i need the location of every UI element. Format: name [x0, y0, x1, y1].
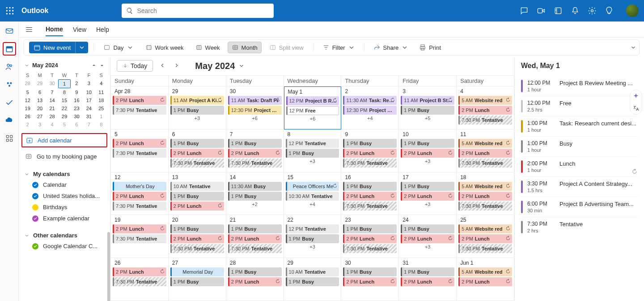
event-chip[interactable]: 1 PMBusy — [286, 277, 339, 286]
event-chip[interactable]: 1 PMBusy — [286, 234, 339, 243]
notes-icon[interactable] — [554, 6, 563, 15]
event-chip[interactable]: 2 PMLunch — [458, 149, 512, 158]
agenda-item[interactable]: 2:00 PM1 hourLunch — [521, 156, 638, 176]
mini-day[interactable]: 20 — [34, 104, 46, 112]
rail-more-apps[interactable] — [3, 132, 16, 145]
event-chip[interactable]: Memorial Day — [170, 267, 224, 276]
more-events-link[interactable]: +6 — [227, 116, 283, 121]
mini-day[interactable]: 6 — [34, 88, 46, 96]
calendar-item[interactable]: United States holida... — [21, 190, 107, 202]
event-chip[interactable]: 1 PMBusy — [170, 224, 224, 233]
event-chip[interactable]: 1 PMBusy — [286, 149, 339, 158]
today-button[interactable]: Today — [117, 60, 153, 72]
day-cell[interactable]: 61 PMBusy2 PMLunch7:30 PMTentative — [169, 129, 226, 172]
day-cell[interactable]: 52 PMLunch7:30 PMTentative — [111, 129, 169, 172]
new-event-dropdown[interactable] — [75, 42, 88, 53]
event-chip[interactable]: 7:30 PMTentative — [458, 202, 512, 211]
event-chip[interactable]: 7:30 PMTentative — [113, 277, 166, 286]
mini-day[interactable]: 14 — [46, 96, 58, 104]
event-chip[interactable]: 7:30 PMTentative — [458, 116, 512, 125]
event-chip[interactable]: 7:30 PMTentative — [343, 244, 397, 253]
mini-day[interactable]: 15 — [58, 96, 70, 104]
calendar-item[interactable]: Calendar — [21, 179, 107, 190]
mini-day[interactable]: 5 — [21, 88, 34, 96]
mini-day[interactable]: 5 — [58, 120, 70, 129]
prev-period-button[interactable] — [157, 62, 167, 70]
event-chip[interactable]: 5 AMWebsite red — [458, 139, 512, 148]
event-chip[interactable]: 1 PMBusy — [170, 106, 224, 115]
search-input[interactable] — [137, 7, 269, 14]
event-chip[interactable]: 2 PMLunch — [170, 234, 224, 243]
event-chip[interactable]: 7:30 PMTentative — [343, 202, 397, 211]
view-month-button[interactable]: Month — [228, 42, 262, 53]
rail-onedrive[interactable] — [3, 114, 16, 127]
event-chip[interactable]: 1 PMBusy — [401, 139, 454, 148]
event-chip[interactable]: 1 PMBusy — [401, 224, 454, 233]
day-cell[interactable]: 2212 PMTentative1 PMBusy+3 — [284, 215, 342, 258]
event-chip[interactable]: 10 AMTentative — [286, 267, 339, 276]
day-cell[interactable]: 1411:30 AMBusy1 PMBusy+2 — [226, 172, 284, 215]
day-cell[interactable]: 192 PMLunch7:30 PMTentative — [111, 215, 169, 258]
mini-day[interactable]: 19 — [21, 104, 34, 112]
rail-groups[interactable] — [3, 78, 16, 91]
day-cell[interactable]: 2911 AMProject A Kick1 PMBusy+3 — [169, 86, 226, 129]
day-cell[interactable]: 45 AMWebsite red2 PMLunch7:30 PMTentativ… — [457, 86, 514, 129]
mini-day[interactable]: 18 — [95, 96, 107, 104]
calendar-item[interactable]: Example calendar — [21, 213, 107, 224]
event-chip[interactable]: 1 PMBusy — [228, 139, 282, 148]
agenda-item[interactable]: 6:00 PM30 minProject B Advertising Team.… — [521, 197, 638, 217]
event-chip[interactable]: 12 PMTentative — [286, 224, 339, 233]
event-chip[interactable]: 7:30 PMTentative — [113, 106, 166, 115]
event-chip[interactable]: 1 PMBusy — [170, 192, 224, 201]
day-cell[interactable]: 231 PMBusy2 PMLunch7:30 PMTentative — [341, 215, 399, 258]
event-chip[interactable]: 12 PMProject B Revi — [286, 96, 339, 105]
day-cell[interactable]: 262 PMLunch7:30 PMTentative — [111, 258, 169, 301]
day-cell[interactable]: 12Mother's Day2 PMLunch7:30 PMTentative — [111, 172, 169, 215]
event-chip[interactable]: 11 AMTask: Draft Pr — [228, 96, 282, 105]
mini-day[interactable]: 25 — [95, 104, 107, 112]
event-chip[interactable]: 2 PMLunch — [113, 267, 166, 276]
event-chip[interactable]: 11:30 AMBusy — [228, 182, 282, 191]
event-chip[interactable]: 2 PMLunch — [228, 149, 282, 158]
mini-day[interactable]: 1 — [95, 112, 107, 120]
avatar[interactable] — [626, 4, 639, 17]
mini-day[interactable]: 11 — [95, 88, 107, 96]
day-cell[interactable]: 185 AMWebsite red2 PMLunch7:30 PMTentati… — [457, 172, 514, 215]
event-chip[interactable]: 2 PMLunch — [343, 277, 397, 286]
more-events-link[interactable]: +3 — [400, 244, 455, 249]
mini-day[interactable]: 28 — [21, 79, 34, 88]
event-chip[interactable]: 2 PMLunch — [401, 234, 454, 243]
day-cell[interactable]: Jun 15 AMWebsite red2 PMLunch — [457, 258, 514, 301]
mini-day[interactable]: 24 — [83, 104, 95, 112]
mini-day[interactable]: 31 — [83, 112, 95, 120]
agenda-item[interactable]: 1:00 PM1 hourTask: Research current desi… — [521, 116, 638, 136]
day-cell[interactable]: 3011 AMTask: Draft Pr12:30 PMProject A D… — [226, 86, 284, 129]
event-chip[interactable]: 1 PMBusy — [343, 182, 397, 191]
event-chip[interactable]: 1 PMBusy — [228, 267, 282, 276]
mini-day[interactable]: 23 — [71, 104, 83, 112]
day-cell[interactable]: Apr 282 PMLunch7:30 PMTentative — [111, 86, 169, 129]
day-cell[interactable]: 91 PMBusy2 PMLunch7:30 PMTentative — [341, 129, 399, 172]
more-events-link[interactable]: +2 — [227, 202, 283, 207]
teams-chat-icon[interactable] — [520, 6, 529, 15]
agenda-item[interactable]: 3:30 PM1.5 hrsProject A Content Strategy… — [521, 176, 638, 197]
event-chip[interactable]: 2 PMLunch — [170, 202, 224, 211]
day-cell[interactable]: 211:30 AMTask: Revie12:30 PMProject B Lo… — [341, 86, 399, 129]
more-events-link[interactable]: +3 — [400, 202, 455, 207]
event-chip[interactable]: 2 PMLunch — [113, 224, 166, 233]
mini-day[interactable]: 16 — [71, 96, 83, 104]
mini-day[interactable]: 27 — [34, 112, 46, 120]
mini-day[interactable]: 8 — [95, 120, 107, 129]
group-my-calendars[interactable]: My calendars — [21, 169, 107, 179]
event-chip[interactable]: 10 AMTentative — [170, 182, 224, 191]
event-chip[interactable]: 1 PMBusy — [343, 224, 397, 233]
event-chip[interactable]: 12 PMTentative — [286, 139, 339, 148]
event-chip[interactable]: 1 PMBusy — [170, 277, 224, 286]
print-button[interactable]: Print — [415, 42, 445, 53]
calendar-item[interactable]: Google Calendar C... — [21, 241, 107, 252]
day-cell[interactable]: 255 AMWebsite red2 PMLunch7:30 PMTentati… — [457, 215, 514, 258]
mini-day[interactable]: 1 — [58, 79, 70, 88]
event-chip[interactable]: 7:30 PMTentative — [458, 244, 512, 253]
mini-day[interactable]: 30 — [71, 112, 83, 120]
day-cell[interactable]: 311 PMBusy2 PMLunch — [399, 258, 457, 301]
